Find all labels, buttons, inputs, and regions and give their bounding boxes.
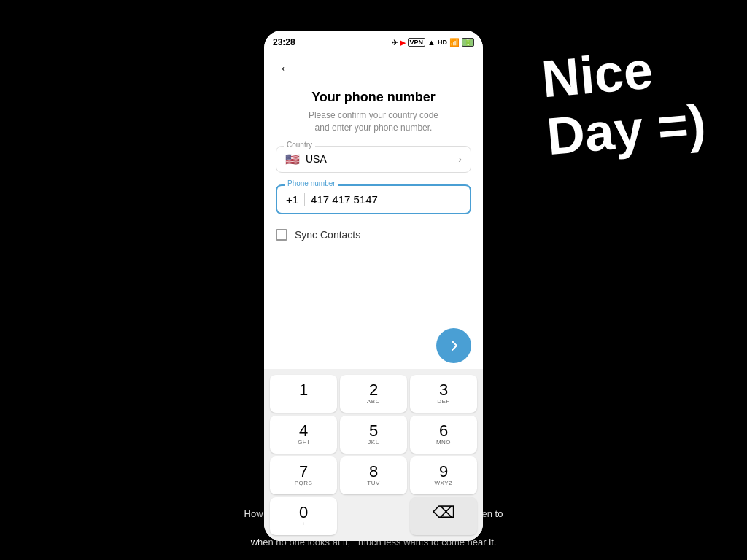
next-button-area xyxy=(264,316,483,369)
telegram-icon: ✈ xyxy=(392,39,398,47)
page-title: Your phone number xyxy=(279,90,468,105)
phone-number-field[interactable]: Phone number +1 417 417 5147 xyxy=(276,184,471,214)
sync-contacts-label: Sync Contacts xyxy=(295,229,360,241)
key-3[interactable]: 3 DEF xyxy=(410,375,477,413)
country-code-display: +1 xyxy=(286,193,305,206)
title-section: Your phone number Please confirm your co… xyxy=(264,82,483,146)
key-6[interactable]: 6 MNO xyxy=(410,416,477,454)
nice-day-decoration: Nice Day =) xyxy=(539,37,708,166)
numeric-keypad: 1 2 ABC 3 DEF 4 GHI 5 JKL 6 MNO xyxy=(264,369,483,541)
page-subtitle: Please confirm your country codeand ente… xyxy=(279,109,468,134)
key-9[interactable]: 9 WXYZ xyxy=(410,456,477,494)
back-area: ← xyxy=(264,51,483,82)
key-1[interactable]: 1 xyxy=(270,375,337,413)
youtube-icon: ▶ xyxy=(400,39,406,47)
vpn-icon: VPN xyxy=(408,38,426,47)
sync-contacts-checkbox[interactable] xyxy=(276,229,287,241)
sync-contacts-row[interactable]: Sync Contacts xyxy=(276,226,471,244)
phone-number-label: Phone number xyxy=(285,179,338,187)
country-value: 🇺🇸 USA xyxy=(285,152,327,166)
key-2[interactable]: 2 ABC xyxy=(340,375,407,413)
next-button[interactable] xyxy=(436,328,471,363)
key-5[interactable]: 5 JKL xyxy=(340,416,407,454)
phone-number-display: 417 417 5147 xyxy=(311,193,461,206)
country-flag: 🇺🇸 xyxy=(285,152,300,166)
data-icon: HD xyxy=(438,39,447,46)
phone-mockup: 23:28 ✈ ▶ VPN ▲ HD 📶 🔋 ← Your phone numb… xyxy=(264,31,483,541)
chevron-right-icon: › xyxy=(458,153,462,165)
key-0[interactable]: 0 + xyxy=(270,497,337,535)
form-section: Country 🇺🇸 USA › Phone number +1 417 417… xyxy=(264,146,483,316)
battery-icon: 🔋 xyxy=(462,38,474,47)
key-4[interactable]: 4 GHI xyxy=(270,416,337,454)
status-icons: ✈ ▶ VPN ▲ HD 📶 🔋 xyxy=(392,38,474,47)
status-bar: 23:28 ✈ ▶ VPN ▲ HD 📶 🔋 xyxy=(264,31,483,51)
signal-icon: 📶 xyxy=(449,38,460,47)
screen-content: ← Your phone number Please confirm your … xyxy=(264,51,483,541)
back-button[interactable]: ← xyxy=(276,57,296,79)
status-time: 23:28 xyxy=(273,37,295,47)
key-delete[interactable]: ⌫ xyxy=(410,497,477,535)
wifi-icon: ▲ xyxy=(427,38,436,47)
country-label: Country xyxy=(284,141,315,149)
arrow-right-icon xyxy=(446,338,461,353)
key-8[interactable]: 8 TUV xyxy=(340,456,407,494)
country-selector[interactable]: Country 🇺🇸 USA › xyxy=(276,146,471,173)
country-name: USA xyxy=(306,153,327,165)
key-7[interactable]: 7 PQRS xyxy=(270,456,337,494)
